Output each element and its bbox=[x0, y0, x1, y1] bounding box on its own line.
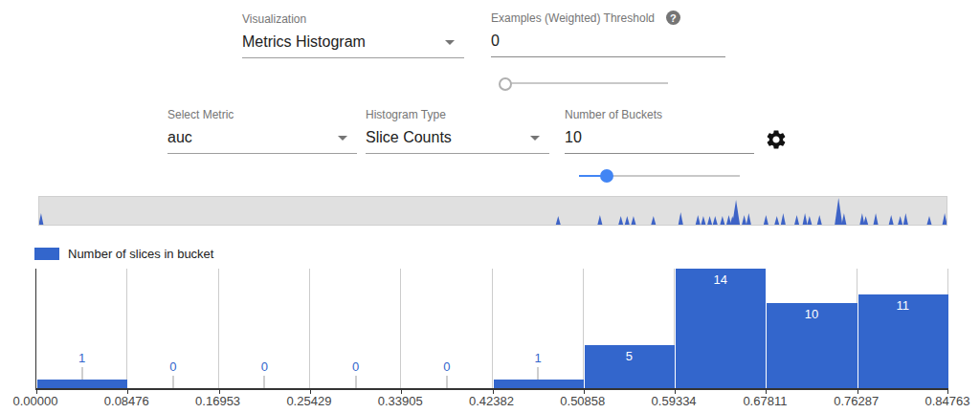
gridline bbox=[583, 269, 584, 388]
metric-label: Select Metric bbox=[167, 108, 357, 121]
x-tick-label: 0.76287 bbox=[834, 394, 879, 408]
gear-icon bbox=[765, 128, 788, 151]
slice-spike bbox=[781, 213, 786, 225]
slice-spike bbox=[713, 216, 718, 225]
gridline bbox=[126, 269, 127, 388]
histogram-bar[interactable] bbox=[37, 380, 127, 388]
slice-spike bbox=[841, 213, 846, 225]
slice-spike bbox=[39, 213, 43, 225]
settings-button[interactable] bbox=[765, 128, 788, 151]
slice-spike bbox=[597, 215, 602, 225]
slice-spike bbox=[618, 216, 623, 225]
chevron-down-icon bbox=[445, 40, 455, 45]
histogram-type-label: Histogram Type bbox=[366, 108, 549, 121]
slice-spike bbox=[742, 215, 746, 225]
slice-spike bbox=[803, 213, 808, 225]
slice-spike bbox=[774, 216, 779, 225]
bar-value-label: 14 bbox=[714, 272, 727, 287]
slice-spike bbox=[874, 213, 879, 225]
bar-value-label: 1 bbox=[535, 351, 542, 365]
x-tick-label: 0.50858 bbox=[560, 394, 605, 408]
threshold-slider[interactable] bbox=[505, 76, 668, 90]
buckets-label-text: Number of Buckets bbox=[565, 108, 662, 121]
bar-value-label: 0 bbox=[169, 359, 176, 374]
annotation-stem bbox=[81, 367, 82, 380]
x-tick-label: 0.42382 bbox=[469, 394, 514, 408]
chevron-down-icon bbox=[338, 136, 347, 141]
threshold-label: Examples (Weighted) Threshold ? bbox=[491, 11, 725, 25]
visualization-label: Visualization bbox=[242, 12, 464, 26]
threshold-slider-track[interactable] bbox=[505, 82, 668, 84]
legend-color-swatch bbox=[34, 248, 59, 260]
x-tick-label: 0.25429 bbox=[286, 394, 331, 408]
slice-spike bbox=[625, 216, 630, 225]
slice-spike bbox=[631, 216, 635, 225]
slice-spike bbox=[556, 216, 561, 225]
metric-dropdown[interactable]: Select Metric auc bbox=[167, 108, 357, 154]
bar-value-label: 0 bbox=[443, 359, 450, 374]
buckets-input[interactable]: 10 bbox=[565, 129, 754, 154]
buckets-label: Number of Buckets bbox=[565, 108, 754, 121]
histogram-bar[interactable] bbox=[494, 380, 584, 388]
annotation-stem bbox=[264, 376, 265, 388]
slice-spike bbox=[696, 215, 701, 225]
buckets-slider-knob[interactable] bbox=[600, 169, 613, 183]
histogram-type-value[interactable]: Slice Counts bbox=[366, 129, 549, 154]
legend-label: Number of slices in bucket bbox=[68, 247, 213, 261]
x-tick-label: 0.08476 bbox=[104, 394, 149, 408]
threshold-field[interactable]: Examples (Weighted) Threshold ? 0 bbox=[491, 11, 725, 57]
slice-spike bbox=[943, 213, 947, 225]
histogram-type-label-text: Histogram Type bbox=[366, 108, 446, 121]
slice-spike bbox=[863, 216, 868, 225]
x-tick-label: 0.16953 bbox=[195, 394, 240, 408]
gridline bbox=[309, 269, 310, 388]
slice-spike bbox=[679, 212, 683, 225]
slice-spike bbox=[764, 215, 768, 225]
buckets-field[interactable]: Number of Buckets 10 bbox=[565, 108, 754, 154]
chart-legend: Number of slices in bucket bbox=[34, 247, 213, 261]
annotation-stem bbox=[172, 376, 173, 388]
slice-spike bbox=[889, 215, 894, 225]
threshold-value-text: 0 bbox=[491, 33, 500, 49]
chevron-down-icon bbox=[530, 136, 540, 141]
visualization-dropdown[interactable]: Visualization Metrics Histogram bbox=[242, 12, 464, 58]
slice-spike bbox=[732, 200, 740, 225]
slice-spike bbox=[903, 213, 908, 225]
slice-spike bbox=[701, 216, 705, 225]
slice-spike bbox=[898, 216, 902, 225]
annotation-stem bbox=[446, 376, 447, 388]
slice-spike bbox=[794, 215, 799, 225]
bar-value-label: 11 bbox=[897, 298, 910, 313]
visualization-label-text: Visualization bbox=[242, 12, 306, 26]
threshold-label-text: Examples (Weighted) Threshold bbox=[491, 11, 655, 25]
visualization-value-text: Metrics Histogram bbox=[242, 33, 366, 50]
bar-value-label: 0 bbox=[352, 359, 359, 374]
slice-overview-strip[interactable] bbox=[38, 196, 947, 226]
slice-spike bbox=[807, 216, 812, 225]
bar-value-label: 5 bbox=[626, 349, 633, 363]
x-axis-labels: 0.000000.084760.169530.254290.339050.423… bbox=[35, 394, 947, 409]
visualization-value[interactable]: Metrics Histogram bbox=[242, 33, 464, 58]
histogram-plot: 1000015141011 bbox=[35, 269, 948, 390]
annotation-stem bbox=[538, 367, 539, 380]
annotation-stem bbox=[355, 376, 356, 388]
gridline bbox=[400, 269, 401, 388]
x-tick-label: 0.84763 bbox=[925, 394, 970, 408]
help-icon[interactable]: ? bbox=[666, 11, 680, 25]
x-tick-label: 0.33905 bbox=[378, 394, 423, 408]
slice-spike bbox=[707, 216, 712, 225]
metric-label-text: Select Metric bbox=[167, 108, 234, 121]
slice-spike bbox=[859, 213, 864, 225]
metric-value[interactable]: auc bbox=[167, 129, 357, 154]
x-tick-label: 0.67811 bbox=[743, 394, 787, 408]
bar-value-label: 0 bbox=[261, 359, 268, 374]
buckets-slider[interactable] bbox=[579, 169, 740, 183]
slice-spike bbox=[926, 216, 931, 225]
threshold-slider-knob[interactable] bbox=[499, 77, 512, 91]
histogram-type-dropdown[interactable]: Histogram Type Slice Counts bbox=[366, 108, 549, 154]
slice-spike bbox=[651, 216, 656, 225]
threshold-input[interactable]: 0 bbox=[491, 33, 725, 57]
x-tick-label: 0.59334 bbox=[652, 394, 697, 408]
bar-value-label: 10 bbox=[805, 307, 818, 321]
bar-value-label: 1 bbox=[78, 351, 85, 365]
